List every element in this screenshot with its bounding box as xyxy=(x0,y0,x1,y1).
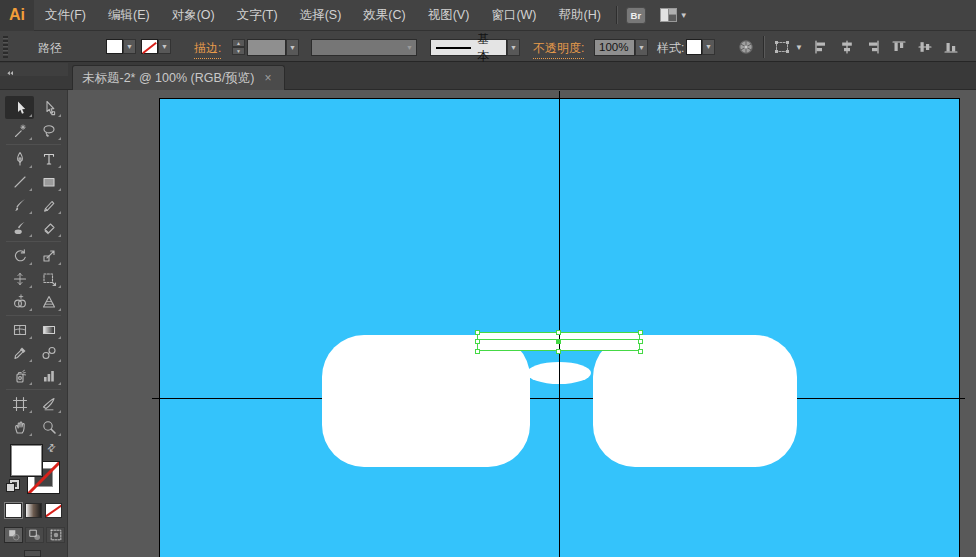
pen-tool[interactable] xyxy=(5,147,34,170)
pencil-tool[interactable] xyxy=(34,193,63,216)
blend-tool[interactable] xyxy=(34,341,63,364)
stroke-weight-control[interactable]: ▼ xyxy=(247,39,299,56)
selection-handle[interactable] xyxy=(638,330,643,335)
default-fill-stroke-icon[interactable] xyxy=(6,480,20,494)
align-center-vertical-icon[interactable] xyxy=(917,39,935,55)
brush-definition-value[interactable]: 基本 xyxy=(430,39,507,56)
hand-tool[interactable] xyxy=(5,415,34,438)
stroke-weight-stepper[interactable]: ▲ ▼ xyxy=(232,39,245,55)
lasso-tool[interactable] xyxy=(34,119,63,142)
swap-fill-stroke-icon[interactable]: ⇄ xyxy=(44,441,58,455)
perspective-grid-tool[interactable] xyxy=(34,290,63,313)
left-lens-shape[interactable] xyxy=(322,335,530,467)
direct-selection-tool[interactable] xyxy=(34,96,63,119)
screen-mode-button[interactable] xyxy=(24,550,41,557)
selection-handle[interactable] xyxy=(475,349,480,354)
opacity-dropdown-button[interactable]: ▼ xyxy=(635,39,648,56)
canvas[interactable] xyxy=(68,90,976,557)
selection-handle[interactable] xyxy=(638,339,643,344)
align-left-icon[interactable] xyxy=(813,39,831,55)
stroke-panel-link[interactable]: 描边: xyxy=(194,40,221,59)
right-lens-shape[interactable] xyxy=(593,335,797,467)
close-tab-icon[interactable]: × xyxy=(264,73,271,83)
collapse-panel-icon[interactable] xyxy=(4,66,17,84)
workspace-switcher-button[interactable]: ▼ xyxy=(660,8,688,22)
menu-item-效果[interactable]: 效果(C) xyxy=(352,0,416,31)
draw-inside-button[interactable] xyxy=(46,527,65,543)
selection-handle[interactable] xyxy=(475,339,480,344)
eyedropper-tool[interactable] xyxy=(5,341,34,364)
scale-tool[interactable] xyxy=(34,244,63,267)
fill-swatch[interactable] xyxy=(106,39,123,54)
stepper-down-icon[interactable]: ▼ xyxy=(232,47,245,55)
stroke-dropdown-button[interactable]: ▼ xyxy=(158,39,171,54)
eraser-tool[interactable] xyxy=(34,216,63,239)
menu-item-文件[interactable]: 文件(F) xyxy=(34,0,97,31)
opacity-control[interactable]: 100% ▼ xyxy=(594,39,648,56)
selection-handle[interactable] xyxy=(475,330,480,335)
panel-grip[interactable] xyxy=(3,36,8,58)
menu-item-帮助[interactable]: 帮助(H) xyxy=(548,0,612,31)
artboard-tool[interactable] xyxy=(5,392,34,415)
bounding-box-button[interactable]: ▼ xyxy=(774,39,803,55)
fill-color-control[interactable]: ▼ xyxy=(106,39,136,54)
selection-handle[interactable] xyxy=(638,349,643,354)
gradient-tool[interactable] xyxy=(34,318,63,341)
align-bottom-icon[interactable] xyxy=(943,39,961,55)
free-transform-tool[interactable] xyxy=(34,267,63,290)
selection-handle[interactable] xyxy=(556,330,561,335)
opacity-panel-link[interactable]: 不透明度: xyxy=(533,40,584,59)
none-button[interactable] xyxy=(45,503,62,518)
fill-dropdown-button[interactable]: ▼ xyxy=(123,39,136,54)
stroke-swatch-none[interactable] xyxy=(141,39,158,54)
align-right-icon[interactable] xyxy=(865,39,883,55)
bridge-icon[interactable]: Br xyxy=(626,7,646,24)
menu-item-选择[interactable]: 选择(S) xyxy=(289,0,353,31)
slice-tool[interactable] xyxy=(34,392,63,415)
menu-item-视图[interactable]: 视图(V) xyxy=(417,0,481,31)
column-graph-tool[interactable] xyxy=(34,364,63,387)
mesh-tool[interactable] xyxy=(5,318,34,341)
menu-item-对象[interactable]: 对象(O) xyxy=(161,0,226,31)
align-center-horizontal-icon[interactable] xyxy=(839,39,857,55)
selection-handle[interactable] xyxy=(556,349,561,354)
style-swatch[interactable] xyxy=(686,39,702,55)
stroke-weight-value[interactable] xyxy=(247,39,286,56)
paintbrush-tool[interactable] xyxy=(5,193,34,216)
tool-row xyxy=(0,415,67,438)
symbol-sprayer-tool[interactable] xyxy=(5,364,34,387)
width-tool[interactable] xyxy=(5,267,34,290)
color-button[interactable] xyxy=(5,503,22,518)
brush-dropdown-button[interactable]: ▼ xyxy=(507,39,520,56)
recolor-artwork-icon[interactable] xyxy=(738,39,756,55)
shape-builder-tool[interactable] xyxy=(5,290,34,313)
vertical-path[interactable] xyxy=(559,91,560,557)
stepper-up-icon[interactable]: ▲ xyxy=(232,39,245,47)
graphic-style-control[interactable]: ▼ xyxy=(686,39,715,55)
menu-item-窗口[interactable]: 窗口(W) xyxy=(480,0,547,31)
magic-wand-tool[interactable] xyxy=(5,119,34,142)
selection-center-point[interactable] xyxy=(556,339,561,344)
variable-width-profile-dropdown[interactable]: ▼ xyxy=(311,39,417,56)
zoom-tool[interactable] xyxy=(34,415,63,438)
stroke-color-control[interactable]: ▼ xyxy=(141,39,171,54)
chevron-down-icon: ▼ xyxy=(680,11,688,20)
align-top-icon[interactable] xyxy=(891,39,909,55)
menu-item-编辑[interactable]: 编辑(E) xyxy=(97,0,161,31)
blob-brush-tool[interactable] xyxy=(5,216,34,239)
menu-item-文字[interactable]: 文字(T) xyxy=(226,0,289,31)
line-segment-tool[interactable] xyxy=(5,170,34,193)
fill-indicator[interactable] xyxy=(10,444,43,477)
style-dropdown-button[interactable]: ▼ xyxy=(702,39,715,55)
gradient-button[interactable] xyxy=(25,503,42,518)
opacity-value[interactable]: 100% xyxy=(594,39,635,56)
draw-normal-button[interactable] xyxy=(4,527,23,543)
brush-definition-control[interactable]: 基本 ▼ xyxy=(430,39,520,56)
type-tool[interactable] xyxy=(34,147,63,170)
document-tab[interactable]: 未标题-2* @ 100% (RGB/预览) × xyxy=(72,65,285,90)
stroke-weight-dropdown-button[interactable]: ▼ xyxy=(286,39,299,56)
rotate-tool[interactable] xyxy=(5,244,34,267)
draw-behind-button[interactable] xyxy=(25,527,44,543)
rectangle-tool[interactable] xyxy=(34,170,63,193)
selection-tool[interactable] xyxy=(5,96,34,119)
